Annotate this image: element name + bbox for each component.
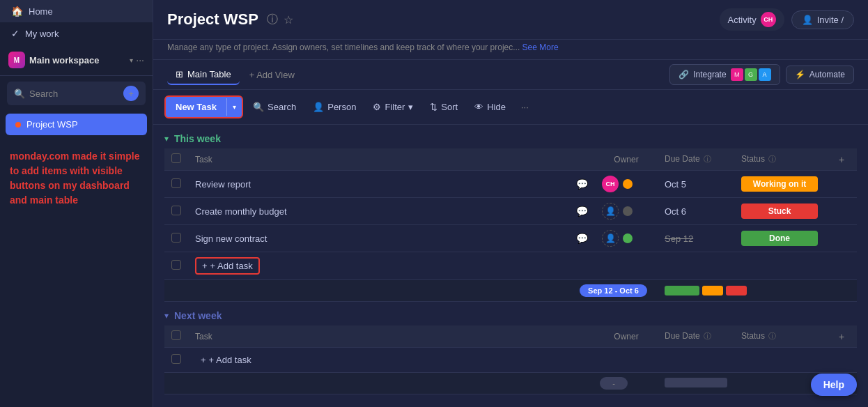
add-task-row-next[interactable]: + + Add task — [164, 348, 857, 373]
col-header-task: Task — [188, 148, 569, 171]
person-add-icon: 👤 — [802, 15, 813, 25]
tab-main-table[interactable]: ⊞ Main Table — [167, 65, 240, 85]
help-label: Help — [823, 379, 844, 390]
timeline-bar-green — [665, 286, 699, 295]
row-checkbox[interactable] — [171, 206, 181, 215]
status-badge[interactable]: Working on it — [741, 176, 818, 192]
search-toolbar-label: Search — [268, 102, 296, 112]
integrate-button[interactable]: 🔗 Integrate M G A — [669, 64, 780, 85]
person-label: Person — [327, 102, 356, 112]
add-view-button[interactable]: + Add View — [242, 66, 302, 84]
status-info-icon[interactable]: ⓘ — [768, 155, 776, 163]
col-header-status: Status ⓘ — [734, 325, 832, 348]
task-name: Review report — [195, 179, 251, 190]
due-date-info-icon[interactable]: ⓘ — [704, 332, 711, 340]
due-date-value: Sep 12 — [665, 233, 693, 244]
col-header-conv — [570, 325, 595, 348]
row-checkbox[interactable] — [171, 178, 181, 188]
timeline-badge: Sep 12 - Oct 6 — [580, 284, 647, 297]
invite-label: Invite / — [817, 15, 844, 25]
section-this-week-header[interactable]: ▾ This week — [164, 125, 857, 148]
toolbar: New Task ▾ 🔍 Search 👤 Person ⚙ Filter ▾ … — [153, 90, 868, 125]
row-checkbox[interactable] — [171, 354, 181, 364]
filter-button[interactable]: ⚙ Filter ▾ — [366, 98, 420, 116]
automate-button[interactable]: ⚡ Automate — [786, 66, 854, 84]
sidebar-item-project-wsp[interactable]: Project WSP — [6, 114, 147, 135]
workspace-options-icon[interactable]: ··· — [136, 54, 144, 66]
invite-button[interactable]: 👤 Invite / — [791, 10, 854, 29]
conversation-icon[interactable]: 💬 — [576, 206, 588, 217]
hide-label: Hide — [487, 102, 506, 112]
col-header-plus[interactable]: + — [832, 325, 857, 348]
due-date-value: Oct 6 — [665, 206, 686, 217]
table-area: ▾ This week Task Owner Due Date ⓘ Status… — [153, 125, 868, 407]
table-row: Create monthly budget 💬 👤 Oct 6 Stuck — [164, 198, 857, 225]
col-header-plus[interactable]: + — [832, 148, 857, 171]
add-task-next-label: + Add task — [209, 355, 251, 365]
next-timeline-bar — [665, 378, 727, 387]
new-task-dropdown-icon[interactable]: ▾ — [226, 98, 242, 116]
status-badge[interactable]: Stuck — [741, 204, 818, 219]
person-filter-button[interactable]: 👤 Person — [306, 98, 363, 116]
conversation-icon[interactable]: 💬 — [576, 178, 588, 190]
tab-right-actions: 🔗 Integrate M G A ⚡ Automate — [669, 64, 854, 85]
sort-button[interactable]: ⇅ Sort — [423, 98, 465, 116]
task-name-cell[interactable]: Review report — [188, 171, 569, 198]
hide-button[interactable]: 👁 Hide — [467, 98, 513, 116]
timeline-bars — [665, 286, 850, 295]
plus-icon: + — [201, 355, 206, 365]
task-name: Create monthly budget — [195, 206, 287, 217]
due-date-cell: Oct 6 — [658, 198, 734, 225]
due-date-info-icon[interactable]: ⓘ — [704, 155, 711, 163]
sidebar-item-mywork[interactable]: ✓ My work — [0, 22, 153, 45]
timeline-row: Sep 12 - Oct 6 — [164, 280, 857, 302]
task-name-cell[interactable]: Sign new contract — [188, 225, 569, 252]
more-options-button[interactable]: ··· — [516, 98, 534, 116]
add-task-button[interactable]: + + Add task — [195, 257, 260, 275]
plus-icon: + — [202, 261, 208, 271]
col-header-owner: Owner — [595, 325, 658, 348]
new-task-button[interactable]: New Task ▾ — [164, 95, 243, 118]
status-badge[interactable]: Done — [741, 231, 818, 246]
star-icon[interactable]: ☆ — [284, 13, 293, 26]
workspace-name: Main workspace — [29, 55, 125, 66]
add-task-button-next[interactable]: + + Add task — [195, 353, 257, 367]
see-more-link[interactable]: See More — [522, 43, 559, 52]
sidebar-item-home-label: Home — [29, 6, 53, 17]
col-header-check — [164, 148, 188, 171]
conversation-icon[interactable]: 💬 — [576, 233, 588, 244]
col-header-task: Task — [188, 325, 570, 348]
task-name-cell[interactable]: Create monthly budget — [188, 198, 569, 225]
search-bar-container[interactable]: 🔍 Search + — [7, 82, 146, 105]
search-label: Search — [29, 89, 58, 99]
integrate-avatars: M G A — [731, 68, 771, 81]
sidebar-item-home[interactable]: 🏠 Home — [0, 0, 153, 22]
activity-button[interactable]: Activity CH — [720, 8, 784, 31]
filter-chevron-icon: ▾ — [408, 102, 413, 112]
row-checkbox[interactable] — [171, 233, 181, 243]
col-header-status: Status ⓘ — [734, 148, 832, 171]
help-button[interactable]: Help — [811, 374, 857, 396]
add-task-row[interactable]: + + Add task — [164, 252, 857, 280]
header-right: Activity CH 👤 Invite / — [720, 8, 854, 31]
project-item-label: Project WSP — [26, 119, 78, 130]
automate-icon: ⚡ — [795, 70, 805, 79]
info-icon[interactable]: ⓘ — [267, 13, 278, 27]
col-header-due: Due Date ⓘ — [658, 325, 734, 348]
integrate-label: Integrate — [693, 70, 726, 79]
owner-cell: CH — [602, 176, 651, 192]
section-this-week-title: This week — [174, 133, 221, 144]
check-icon: ✓ — [11, 28, 20, 39]
add-item-button[interactable]: + — [123, 86, 139, 101]
col-header-check — [164, 325, 188, 348]
row-checkbox[interactable] — [171, 260, 181, 270]
chevron-down-icon: ▾ — [130, 56, 133, 64]
section-next-week-header[interactable]: ▾ Next week — [164, 302, 857, 325]
status-info-icon[interactable]: ⓘ — [768, 332, 776, 340]
subtitle-text: Manage any type of project. Assign owner… — [167, 43, 520, 52]
col-header-owner: Owner — [595, 148, 658, 171]
search-toolbar-icon: 🔍 — [253, 102, 264, 112]
top-header: Project WSP ⓘ ☆ Activity CH 👤 Invite / — [153, 0, 868, 40]
search-toolbar-button[interactable]: 🔍 Search — [246, 98, 303, 116]
workspace-header[interactable]: M Main workspace ▾ ··· — [0, 45, 153, 76]
